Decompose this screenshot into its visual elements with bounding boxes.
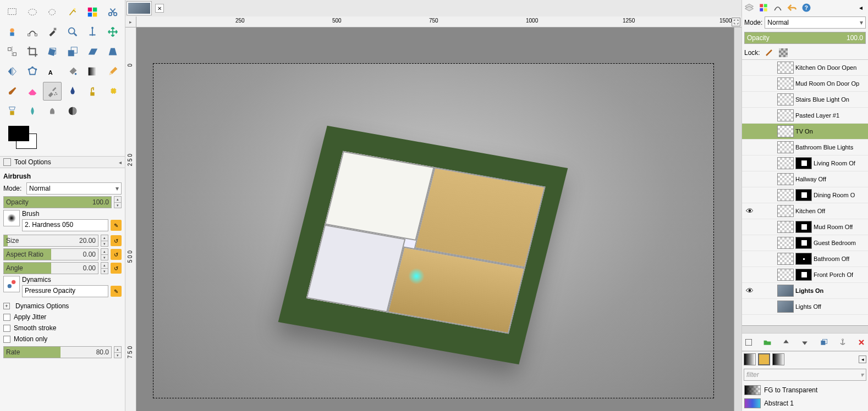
layer-name[interactable]: Mud Room On Door Op: [795, 80, 859, 87]
scale-tool[interactable]: [63, 42, 82, 61]
lock-pixels-icon[interactable]: [763, 47, 774, 58]
cage-tool[interactable]: [23, 62, 42, 81]
layer-visibility-icon[interactable]: [744, 301, 755, 312]
bottom-tab-menu[interactable]: ◂: [859, 356, 866, 363]
crop-tool[interactable]: [23, 42, 42, 61]
gradient-filter-input[interactable]: filter▾: [744, 369, 866, 381]
move-tool[interactable]: [103, 23, 122, 41]
layer-name[interactable]: Pasted Layer #1: [795, 112, 839, 119]
layer-name[interactable]: Front Porch Of: [814, 271, 853, 278]
size-reset-icon[interactable]: ↺: [111, 235, 122, 246]
dynamics-name-input[interactable]: Pressure Opacity: [22, 285, 108, 297]
layer-visibility-icon[interactable]: [744, 94, 755, 105]
brush-name-input[interactable]: 2. Hardness 050: [22, 219, 108, 231]
aspect-slider[interactable]: Aspect Ratio 0.00: [3, 248, 98, 260]
layer-name[interactable]: Kitchen On Door Open: [795, 64, 856, 71]
brush-preview[interactable]: [3, 210, 20, 226]
dynamics-icon[interactable]: [3, 276, 20, 292]
layer-visibility-icon[interactable]: [744, 253, 755, 264]
paths-tool[interactable]: [23, 23, 42, 41]
help-icon[interactable]: ?: [801, 2, 812, 13]
new-layer-button[interactable]: [744, 338, 753, 347]
apply-jitter-checkbox[interactable]: [3, 314, 10, 321]
perspective-clone-tool[interactable]: [3, 102, 21, 120]
layer-name[interactable]: Bathroom Off: [814, 256, 849, 262]
heal-tool[interactable]: [103, 82, 122, 101]
layer-row[interactable]: Living Room Of: [742, 155, 868, 171]
color-picker-tool[interactable]: [43, 23, 62, 41]
layer-name[interactable]: Hallway Off: [795, 176, 826, 182]
angle-reset-icon[interactable]: ↺: [111, 263, 122, 274]
delete-layer-button[interactable]: [857, 338, 866, 347]
pencil-tool[interactable]: [103, 62, 122, 81]
paths-tab-icon[interactable]: [772, 2, 783, 13]
layer-row[interactable]: Mud Room On Door Op: [742, 76, 868, 92]
document-tab[interactable]: [127, 1, 152, 15]
free-select-tool[interactable]: [43, 3, 62, 21]
layer-visibility-icon[interactable]: 👁: [744, 285, 755, 296]
layer-row[interactable]: 👁Kitchen Off: [742, 203, 868, 219]
panel-menu-icon[interactable]: ◂: [119, 159, 122, 165]
ruler-origin[interactable]: ▸: [125, 16, 136, 27]
duplicate-layer-button[interactable]: [820, 338, 828, 347]
layer-row[interactable]: 👁Lights On: [742, 283, 868, 299]
brushes-tab[interactable]: [744, 353, 756, 365]
configure-tab-icon[interactable]: ◂: [855, 2, 866, 13]
rect-select-tool[interactable]: [3, 3, 21, 21]
smudge-tool[interactable]: [43, 102, 62, 120]
brush-edit-icon[interactable]: ✎: [111, 220, 122, 231]
layer-visibility-icon[interactable]: [744, 110, 755, 121]
text-tool[interactable]: A: [43, 62, 62, 81]
layer-visibility-icon[interactable]: [744, 221, 755, 232]
layer-visibility-icon[interactable]: [744, 269, 755, 280]
raise-layer-button[interactable]: [782, 338, 790, 347]
smooth-stroke-checkbox[interactable]: [3, 325, 10, 332]
layer-name[interactable]: Living Room Of: [814, 160, 855, 166]
layer-row[interactable]: Dining Room O: [742, 187, 868, 203]
anchor-layer-button[interactable]: [838, 338, 847, 347]
ruler-horizontal[interactable]: ▸ 250 500 750 1000 1250 1500 ⛶: [125, 16, 741, 27]
layer-name[interactable]: Lights Off: [795, 303, 821, 310]
mode-select[interactable]: Normal▾: [26, 182, 122, 195]
layer-row[interactable]: Lights Off: [742, 299, 868, 315]
gradients-tab[interactable]: [772, 353, 784, 365]
zoom-fit-icon[interactable]: ⛶: [732, 18, 740, 26]
fuzzy-select-tool[interactable]: [63, 3, 82, 21]
aspect-reset-icon[interactable]: ↺: [111, 249, 122, 260]
layer-row[interactable]: Kitchen On Door Open: [742, 60, 868, 76]
eraser-tool[interactable]: [23, 82, 42, 101]
select-by-color-tool[interactable]: [83, 3, 102, 21]
layer-visibility-icon[interactable]: [744, 78, 755, 89]
opacity-spinner[interactable]: ▴▾: [114, 196, 122, 208]
align-tool[interactable]: [3, 42, 21, 61]
layer-visibility-icon[interactable]: [744, 237, 755, 248]
ellipse-select-tool[interactable]: [23, 3, 42, 21]
gradient-item[interactable]: Abstract 1: [743, 397, 867, 410]
layer-name[interactable]: Bathroom Blue Lights: [795, 144, 853, 151]
lower-layer-button[interactable]: [800, 338, 809, 347]
layer-row[interactable]: Hallway Off: [742, 171, 868, 187]
patterns-tab[interactable]: [758, 353, 770, 365]
canvas[interactable]: [136, 27, 734, 411]
layer-name[interactable]: Kitchen Off: [795, 208, 825, 214]
undo-history-icon[interactable]: [787, 2, 798, 13]
motion-only-checkbox[interactable]: [3, 336, 10, 343]
layer-row[interactable]: Front Porch Of: [742, 267, 868, 283]
blur-tool[interactable]: [23, 102, 42, 120]
size-spinner[interactable]: ▴▾: [101, 235, 108, 247]
layer-row[interactable]: Bathroom Blue Lights: [742, 140, 868, 155]
vertical-scrollbar[interactable]: [734, 27, 741, 411]
ruler-vertical[interactable]: 0 2 5 0 5 0 0 7 5 0: [125, 27, 136, 411]
ink-tool[interactable]: [63, 82, 82, 101]
aspect-spinner[interactable]: ▴▾: [101, 248, 108, 260]
close-tab-button[interactable]: ✕: [155, 4, 164, 13]
layer-name[interactable]: TV On: [795, 128, 813, 135]
layer-name[interactable]: Mud Room Off: [814, 224, 853, 230]
size-slider[interactable]: Size 20.00: [3, 235, 98, 247]
layers-tab-icon[interactable]: [744, 2, 755, 13]
layer-visibility-icon[interactable]: [744, 158, 755, 169]
shear-tool[interactable]: [83, 42, 102, 61]
zoom-tool[interactable]: [63, 23, 82, 41]
layer-visibility-icon[interactable]: [744, 62, 755, 73]
layer-visibility-icon[interactable]: [744, 142, 755, 153]
